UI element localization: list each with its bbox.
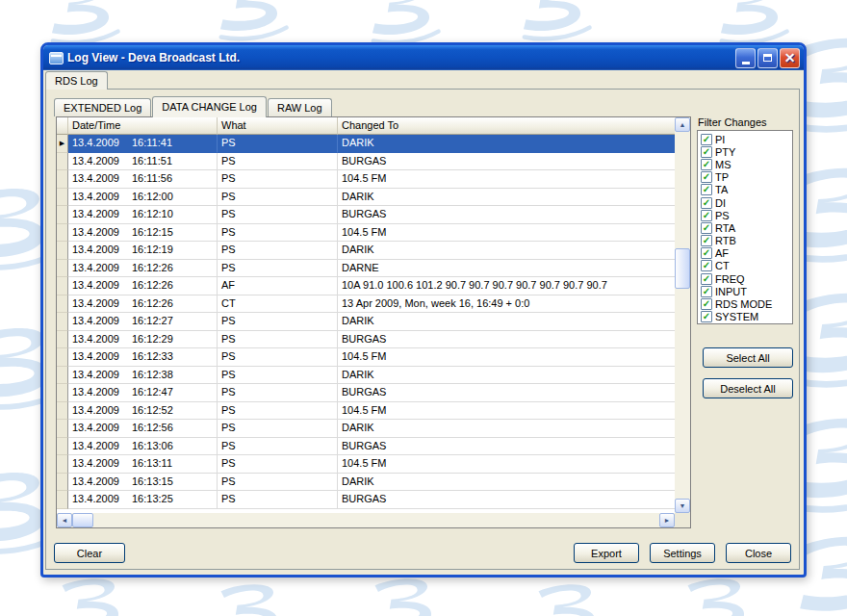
table-row[interactable]: 13.4.200916:12:26 CT 13 Apr 2009, Mon, w…	[57, 295, 675, 314]
table-row[interactable]: 13.4.200916:13:11 PS 104.5 FM	[57, 455, 675, 474]
deva-logo-watermark	[506, 0, 602, 47]
checkbox-icon[interactable]: ✓	[701, 210, 712, 221]
table-row[interactable]: 13.4.200916:11:56 PS 104.5 FM	[57, 170, 675, 189]
header-what[interactable]: What	[218, 117, 338, 135]
table-row[interactable]: 13.4.200916:12:47 PS BURGAS	[57, 384, 675, 402]
cell-changed-to: DARIK	[338, 420, 675, 438]
table-row[interactable]: ▶ 13.4.200916:11:41 PS DARIK	[57, 135, 675, 153]
cell-changed-to: BURGAS	[338, 153, 675, 171]
table-row[interactable]: 13.4.200916:12:19 PS DARIK	[57, 242, 675, 260]
cell-changed-to: DARIK	[338, 135, 675, 153]
row-selector	[57, 313, 68, 331]
checkbox-icon[interactable]: ✓	[701, 171, 712, 183]
checkbox-icon[interactable]: ✓	[701, 184, 712, 195]
table-row[interactable]: 13.4.200916:13:06 PS BURGAS	[57, 438, 675, 456]
cell-changed-to: DARIK	[338, 189, 675, 207]
filter-option-label: PI	[715, 134, 725, 145]
cell-what: PS	[218, 455, 338, 474]
header-datetime[interactable]: Date/Time	[68, 117, 218, 135]
maximize-button[interactable]	[757, 48, 778, 68]
checkbox-icon[interactable]: ✓	[701, 197, 712, 209]
scrollbar-corner	[675, 513, 690, 527]
checkbox-icon[interactable]: ✓	[701, 273, 712, 285]
filter-option[interactable]: ✓ TP	[701, 171, 792, 184]
select-all-button[interactable]: Select All	[703, 347, 793, 368]
tab-extended-log[interactable]: EXTENDED Log	[54, 98, 151, 116]
tab-rds-log[interactable]: RDS Log	[45, 71, 108, 90]
minimize-button[interactable]	[735, 48, 756, 68]
cell-datetime: 13.4.200916:12:19	[68, 242, 218, 260]
checkbox-icon[interactable]: ✓	[701, 286, 712, 297]
table-row[interactable]: 13.4.200916:12:38 PS DARIK	[57, 367, 675, 385]
horizontal-scroll-thumb[interactable]	[72, 513, 93, 527]
row-selector	[57, 295, 68, 314]
filter-option[interactable]: ✓ RDS MODE	[701, 297, 792, 310]
filter-option[interactable]: ✓ MS	[701, 158, 792, 170]
titlebar[interactable]: Log View - Deva Broadcast Ltd. ✕	[43, 45, 804, 70]
filter-option[interactable]: ✓ INPUT	[701, 285, 792, 297]
filter-option-label: RTB	[715, 235, 736, 246]
filter-option[interactable]: ✓ SYSTEM	[701, 311, 792, 323]
header-changed-to[interactable]: Changed To	[338, 117, 675, 135]
checkbox-icon[interactable]: ✓	[701, 146, 712, 158]
table-row[interactable]: 13.4.200916:12:15 PS 104.5 FM	[57, 224, 675, 243]
checkbox-icon[interactable]: ✓	[701, 222, 712, 234]
checkbox-icon[interactable]: ✓	[701, 235, 712, 246]
filter-option[interactable]: ✓ CT	[701, 260, 792, 272]
cell-datetime: 13.4.200916:12:38	[68, 367, 218, 385]
cell-changed-to: BURGAS	[338, 491, 675, 509]
scroll-down-icon[interactable]: ▼	[675, 499, 690, 513]
cell-datetime: 13.4.200916:13:25	[68, 491, 218, 509]
checkbox-icon[interactable]: ✓	[701, 247, 712, 259]
filter-option[interactable]: ✓ PTY	[701, 145, 792, 158]
close-button[interactable]: ✕	[780, 48, 800, 68]
cell-changed-to: BURGAS	[338, 384, 675, 402]
row-selector	[57, 153, 68, 171]
close-dialog-button[interactable]: Close	[726, 543, 791, 563]
cell-what: PS	[218, 367, 338, 385]
scroll-right-icon[interactable]: ►	[659, 513, 675, 527]
table-row[interactable]: 13.4.200916:12:26 PS DARNE	[57, 260, 675, 278]
cell-what: PS	[218, 153, 338, 171]
table-row[interactable]: 13.4.200916:12:27 PS DARIK	[57, 313, 675, 331]
scroll-left-icon[interactable]: ◄	[57, 513, 72, 527]
deselect-all-button[interactable]: Deselect All	[703, 378, 793, 398]
filter-option[interactable]: ✓ DI	[701, 196, 792, 209]
filter-option-label: RTA	[715, 222, 735, 234]
table-row[interactable]: 13.4.200916:12:33 PS 104.5 FM	[57, 348, 675, 367]
table-row[interactable]: 13.4.200916:12:00 PS DARIK	[57, 189, 675, 207]
table-row[interactable]: 13.4.200916:12:56 PS DARIK	[57, 420, 675, 438]
scroll-up-icon[interactable]: ▲	[675, 117, 690, 132]
table-row[interactable]: 13.4.200916:13:25 PS BURGAS	[57, 491, 675, 509]
checkbox-icon[interactable]: ✓	[701, 260, 712, 271]
cell-what: PS	[218, 348, 338, 367]
grid-header: Date/Time What Changed To	[57, 117, 675, 135]
tab-data-change-log[interactable]: DATA CHANGE Log	[152, 96, 267, 117]
table-row[interactable]: 13.4.200916:12:10 PS BURGAS	[57, 206, 675, 224]
horizontal-scrollbar[interactable]: ◄ ►	[57, 513, 675, 527]
table-row[interactable]: 13.4.200916:12:29 PS BURGAS	[57, 331, 675, 349]
table-row[interactable]: 13.4.200916:12:26 AF 10A 91.0 100.6 101.…	[57, 277, 675, 295]
tab-raw-log[interactable]: RAW Log	[268, 98, 332, 116]
export-button[interactable]: Export	[574, 543, 639, 563]
filter-option[interactable]: ✓ PS	[701, 209, 792, 221]
filter-option[interactable]: ✓ TA	[701, 184, 792, 196]
settings-button[interactable]: Settings	[650, 543, 715, 563]
cell-changed-to: 104.5 FM	[338, 170, 675, 189]
filter-option[interactable]: ✓ PI	[701, 133, 792, 145]
table-row[interactable]: 13.4.200916:11:51 PS BURGAS	[57, 153, 675, 171]
checkbox-icon[interactable]: ✓	[701, 134, 712, 145]
clear-button[interactable]: Clear	[54, 543, 125, 563]
vertical-scroll-thumb[interactable]	[675, 248, 690, 289]
row-selector	[57, 260, 68, 278]
filter-option[interactable]: ✓ AF	[701, 247, 792, 260]
table-row[interactable]: 13.4.200916:13:15 PS DARIK	[57, 474, 675, 492]
table-row[interactable]: 13.4.200916:12:52 PS 104.5 FM	[57, 402, 675, 421]
filter-option[interactable]: ✓ RTB	[701, 235, 792, 247]
vertical-scrollbar[interactable]: ▲ ▼	[675, 117, 690, 513]
filter-option[interactable]: ✓ RTA	[701, 221, 792, 234]
filter-option[interactable]: ✓ FREQ	[701, 272, 792, 285]
checkbox-icon[interactable]: ✓	[701, 159, 712, 170]
checkbox-icon[interactable]: ✓	[701, 311, 712, 322]
checkbox-icon[interactable]: ✓	[701, 298, 712, 310]
